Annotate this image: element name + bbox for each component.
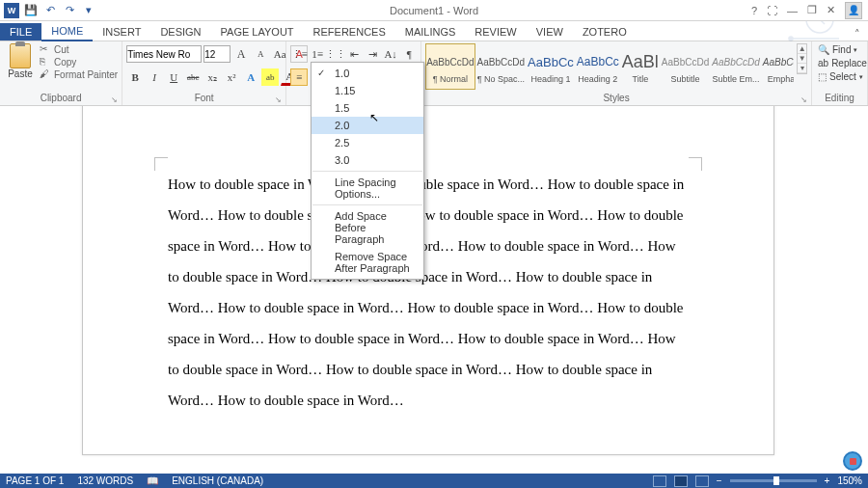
zoom-level[interactable]: 150% <box>837 475 862 486</box>
zoom-out-button[interactable]: − <box>717 475 722 486</box>
increase-indent-button[interactable]: ⇥ <box>364 45 381 63</box>
style-name: Subtle Em... <box>713 74 760 84</box>
underline-button[interactable]: U <box>165 68 182 86</box>
recording-badge <box>843 451 862 471</box>
status-words[interactable]: 132 WORDS <box>77 475 133 486</box>
clipboard-group-label: Clipboard <box>41 93 82 103</box>
line-spacing-options-item[interactable]: Line Spacing Options... <box>312 174 423 203</box>
status-page[interactable]: PAGE 1 OF 1 <box>6 475 64 486</box>
tab-file[interactable]: FILE <box>0 23 41 41</box>
style-preview: AaBbCc <box>577 49 619 74</box>
line-spacing-value[interactable]: 1.5 <box>312 99 423 117</box>
replace-button[interactable]: abReplace <box>816 57 868 69</box>
qat-undo[interactable]: ↶ <box>42 3 58 18</box>
qat-redo[interactable]: ↷ <box>62 3 77 18</box>
styles-up[interactable]: ▲ <box>798 44 806 54</box>
line-spacing-value[interactable]: 3.0 <box>312 151 423 169</box>
bold-button[interactable]: B <box>126 68 144 86</box>
window-title: Document1 - Word <box>390 5 478 16</box>
style-preview: AaBbCcDd <box>477 49 525 74</box>
add-space-before-item[interactable]: Add Space Before Paragraph <box>312 207 423 248</box>
close-button[interactable]: ✕ <box>827 4 835 16</box>
styles-down[interactable]: ▼ <box>798 54 806 64</box>
find-button[interactable]: 🔍Find▾ <box>816 43 868 56</box>
style-name: Heading 2 <box>578 74 617 84</box>
paste-button[interactable]: Paste <box>4 43 37 79</box>
help-icon[interactable]: ? <box>751 5 757 16</box>
italic-button[interactable]: I <box>146 68 163 86</box>
user-avatar[interactable]: 👤 <box>845 2 862 19</box>
shrink-font-button[interactable]: A <box>252 45 269 63</box>
ribbon-options-icon[interactable]: ⛶ <box>767 5 777 16</box>
tab-home[interactable]: HOME <box>41 22 93 41</box>
view-print-layout[interactable] <box>674 475 688 487</box>
style-item[interactable]: AaBbCcDd¶ Normal <box>425 43 475 90</box>
tab-view[interactable]: VIEW <box>527 23 573 41</box>
line-spacing-value[interactable]: 1.15 <box>312 82 423 99</box>
tab-page-layout[interactable]: PAGE LAYOUT <box>211 23 304 41</box>
zoom-in-button[interactable]: + <box>825 475 830 486</box>
style-item[interactable]: AaBbCcDd¶ No Spac... <box>476 43 526 90</box>
show-marks-button[interactable]: ¶ <box>400 45 418 63</box>
qat-customize[interactable]: ▾ <box>81 3 96 18</box>
styles-more[interactable]: ▾ <box>798 64 806 73</box>
style-preview: AaBbCcDd <box>763 49 795 74</box>
minimize-button[interactable]: — <box>787 5 798 16</box>
highlight-button[interactable]: ab <box>261 68 279 86</box>
qat-save[interactable]: 💾 <box>23 3 39 18</box>
document-page[interactable]: How to double space in Word… How to doub… <box>82 106 774 455</box>
style-item[interactable]: AaBbCcHeading 1 <box>527 43 575 90</box>
align-left-button[interactable]: ≡ <box>290 68 308 86</box>
copy-button[interactable]: ⎘Copy <box>40 56 118 68</box>
bullets-button[interactable]: ⋮≡ <box>290 45 308 63</box>
dropdown-separator <box>312 204 422 205</box>
line-spacing-value[interactable]: 1.0✓ <box>312 65 423 82</box>
select-button[interactable]: ⬚Select▾ <box>816 70 868 83</box>
zoom-thumb[interactable] <box>773 476 779 485</box>
styles-scroll: ▲ ▼ ▾ <box>797 43 807 74</box>
styles-launcher[interactable]: ↘ <box>800 95 807 104</box>
tab-references[interactable]: REFERENCES <box>304 23 395 41</box>
font-size-combo[interactable] <box>203 45 231 63</box>
tab-mailings[interactable]: MAILINGS <box>395 23 466 41</box>
decrease-indent-button[interactable]: ⇤ <box>345 45 363 63</box>
statusbar: PAGE 1 OF 1 132 WORDS 📖 ENGLISH (CANADA)… <box>0 474 868 488</box>
clipboard-launcher[interactable]: ↘ <box>111 95 118 104</box>
style-item[interactable]: AaBbCcDdEmphasis <box>762 43 795 90</box>
style-item[interactable]: AaBlTitle <box>621 43 660 90</box>
superscript-button[interactable]: x² <box>223 68 240 86</box>
status-proofing-icon[interactable]: 📖 <box>147 475 158 486</box>
multilevel-list-button[interactable]: ⋮⋮ <box>327 45 344 63</box>
view-web-layout[interactable] <box>695 475 709 487</box>
style-item[interactable]: AaBbCcHeading 2 <box>576 43 620 90</box>
collapse-ribbon-icon[interactable]: ˄ <box>847 28 868 41</box>
tab-review[interactable]: REVIEW <box>465 23 526 41</box>
styles-gallery[interactable]: AaBbCcDd¶ NormalAaBbCcDd¶ No Spac...AaBb… <box>425 43 794 90</box>
numbering-button[interactable]: 1≡ <box>309 45 326 63</box>
font-name-combo[interactable] <box>126 45 202 63</box>
document-area[interactable]: How to double space in Word… How to doub… <box>0 106 868 474</box>
cut-button[interactable]: ✂Cut <box>40 43 118 55</box>
strikethrough-button[interactable]: abc <box>184 68 202 86</box>
line-spacing-value[interactable]: 2.5 <box>312 134 423 151</box>
tab-insert[interactable]: INSERT <box>93 23 150 41</box>
status-language[interactable]: ENGLISH (CANADA) <box>172 475 263 486</box>
view-read-mode[interactable] <box>653 475 666 487</box>
line-spacing-value[interactable]: 2.0 <box>312 117 423 134</box>
grow-font-button[interactable]: A <box>232 45 250 63</box>
font-launcher[interactable]: ↘ <box>275 95 282 104</box>
tab-design[interactable]: DESIGN <box>150 23 210 41</box>
style-item[interactable]: AaBbCcDdSubtitle <box>661 43 710 90</box>
tab-zotero[interactable]: ZOTERO <box>573 23 637 41</box>
restore-button[interactable]: ❐ <box>807 4 817 16</box>
format-painter-button[interactable]: 🖌Format Painter <box>40 68 118 80</box>
text-effects-button[interactable]: A <box>242 68 259 86</box>
style-item[interactable]: AaBbCcDdSubtle Em... <box>711 43 760 90</box>
style-preview: AaBbCc <box>528 49 574 74</box>
remove-space-after-item[interactable]: Remove Space After Paragraph <box>312 248 423 277</box>
document-body-text[interactable]: How to double space in Word… How to doub… <box>168 169 689 416</box>
zoom-slider[interactable] <box>730 479 817 482</box>
sort-button[interactable]: A↓ <box>382 45 399 63</box>
subscript-button[interactable]: x₂ <box>203 68 221 86</box>
scissors-icon: ✂ <box>40 43 51 55</box>
